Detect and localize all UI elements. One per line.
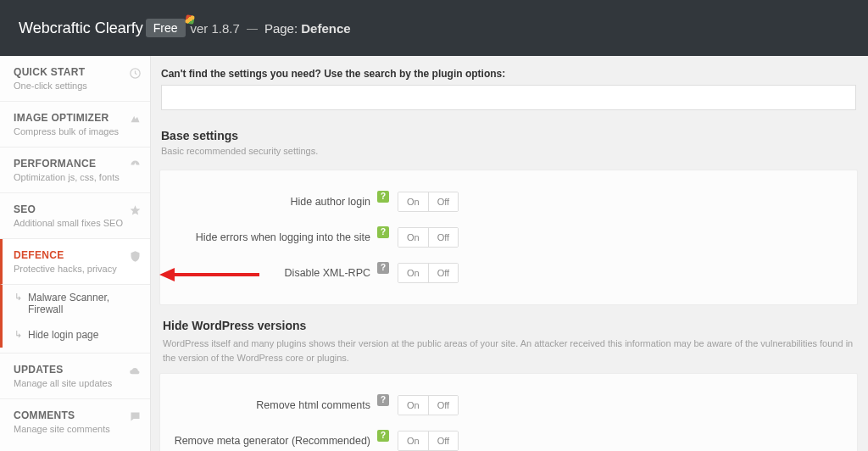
section-desc: WordPress itself and many plugins shows … [163, 337, 854, 365]
section-title: Hide WordPress versions [163, 319, 854, 332]
toggle-remove-html-comments: On Off [398, 395, 459, 415]
separator: — [247, 22, 258, 35]
sidebar-item-title: IMAGE OPTIMIZER [14, 112, 138, 124]
content-area: Can't find the settings you need? Use th… [151, 56, 868, 451]
setting-label: Disable XML-RPC [170, 267, 374, 279]
sidebar-item-title: QUICK START [14, 66, 138, 78]
shield-icon [129, 250, 142, 263]
sidebar-item-title: COMMENTS [14, 409, 138, 421]
search-label: Can't find the settings you need? Use th… [161, 68, 856, 80]
setting-label: Hide errors when logging into the site [170, 231, 374, 243]
section-base-head: Base settings Basic recommended security… [159, 119, 858, 170]
badge-wrap: Free [143, 19, 191, 37]
setting-label: Remove html comments [170, 399, 374, 411]
gauge-icon [129, 159, 142, 171]
sidebar-item-title: UPDATES [14, 364, 138, 376]
sidebar-item-sub: Compress bulk of images [14, 126, 138, 136]
sidebar-item-sub: One-click settings [14, 81, 138, 91]
setting-row-hide-login-errors: Hide errors when logging into the site ?… [170, 220, 847, 255]
sidebar-item-sub: Manage site comments [14, 424, 138, 434]
help-icon[interactable]: ? [377, 226, 389, 238]
page-label: Page: Defence [264, 21, 351, 36]
toggle-off-button[interactable]: Off [428, 228, 458, 247]
sidebar-item-quickstart[interactable]: QUICK START One-click settings [0, 56, 150, 102]
toggle-on-button[interactable]: On [398, 228, 428, 247]
search-input[interactable] [161, 85, 856, 110]
comment-icon [129, 410, 142, 423]
sidebar-item-sub: Additional small fixes SEO [14, 218, 138, 228]
toggle-disable-xmlrpc: On Off [398, 263, 459, 283]
sidebar-sub-malware[interactable]: Malware Scanner, Firewall [0, 285, 150, 322]
section-hidewp-head: Hide WordPress versions WordPress itself… [159, 305, 858, 373]
setting-label: Remove meta generator (Recommended) [170, 435, 374, 447]
toggle-hide-login-errors: On Off [398, 227, 459, 248]
section-title: Base settings [161, 129, 856, 142]
sidebar-item-seo[interactable]: SEO Additional small fixes SEO [0, 193, 150, 239]
toggle-off-button[interactable]: Off [428, 396, 458, 415]
toggle-on-button[interactable]: On [398, 192, 428, 211]
toggle-off-button[interactable]: Off [428, 192, 458, 211]
sidebar-item-title: SEO [14, 203, 138, 215]
main-layout: QUICK START One-click settings IMAGE OPT… [0, 56, 868, 451]
help-icon[interactable]: ? [377, 262, 389, 274]
sidebar-item-title: DEFENCE [14, 249, 138, 261]
help-icon[interactable]: ? [377, 430, 389, 442]
sidebar-item-comments[interactable]: COMMENTS Manage site comments [0, 399, 150, 444]
toggle-on-button[interactable]: On [398, 264, 428, 282]
section-desc: Basic recommended security settings. [161, 146, 856, 156]
setting-row-hide-author-login: Hide author login ? On Off [170, 184, 847, 220]
version-text: ver 1.8.7 [191, 21, 240, 36]
setting-row-remove-meta-generator: Remove meta generator (Recommended) ? On… [170, 423, 847, 451]
toggle-hide-author-login: On Off [398, 192, 459, 212]
clock-icon [129, 67, 142, 80]
sidebar-defence-subgroup: Malware Scanner, Firewall Hide login pag… [0, 285, 150, 354]
panel-hide-wp-versions: Remove html comments ? On Off Remove met… [159, 373, 858, 451]
page-header: Webcraftic Clearfy Free ver 1.8.7 — Page… [0, 0, 868, 56]
sidebar-item-title: PERFORMANCE [14, 158, 138, 170]
toggle-remove-meta-generator: On Off [398, 431, 459, 451]
setting-label: Hide author login [170, 196, 374, 208]
setting-row-disable-xmlrpc: Disable XML-RPC ? On Off [170, 255, 847, 291]
sidebar-item-defence[interactable]: DEFENCE Protective hacks, privacy [0, 239, 150, 285]
sidebar: QUICK START One-click settings IMAGE OPT… [0, 56, 151, 451]
sidebar-item-sub: Optimization js, css, fonts [14, 172, 138, 182]
spark-icon [129, 113, 142, 125]
cloud-icon [129, 365, 142, 377]
star-icon [129, 204, 142, 217]
sidebar-item-sub: Protective hacks, privacy [14, 264, 138, 274]
brand-name: Webcraftic Clearfy [19, 19, 143, 37]
toggle-off-button[interactable]: Off [428, 264, 458, 282]
help-icon[interactable]: ? [377, 394, 389, 406]
search-area: Can't find the settings you need? Use th… [159, 64, 858, 119]
toggle-on-button[interactable]: On [398, 396, 428, 415]
toggle-off-button[interactable]: Off [428, 432, 458, 450]
sidebar-item-updates[interactable]: UPDATES Manage all site updates [0, 354, 150, 399]
help-icon[interactable]: ? [377, 191, 389, 203]
sidebar-item-performance[interactable]: PERFORMANCE Optimization js, css, fonts [0, 148, 150, 193]
sidebar-item-image-optimizer[interactable]: IMAGE OPTIMIZER Compress bulk of images [0, 102, 150, 148]
toggle-on-button[interactable]: On [398, 432, 428, 450]
panel-base-settings: Hide author login ? On Off Hide errors w… [159, 170, 858, 305]
plan-badge: Free [146, 19, 186, 37]
sidebar-sub-hidelogin[interactable]: Hide login page [0, 322, 150, 348]
sidebar-item-sub: Manage all site updates [14, 378, 138, 388]
setting-row-remove-html-comments: Remove html comments ? On Off [170, 387, 847, 423]
